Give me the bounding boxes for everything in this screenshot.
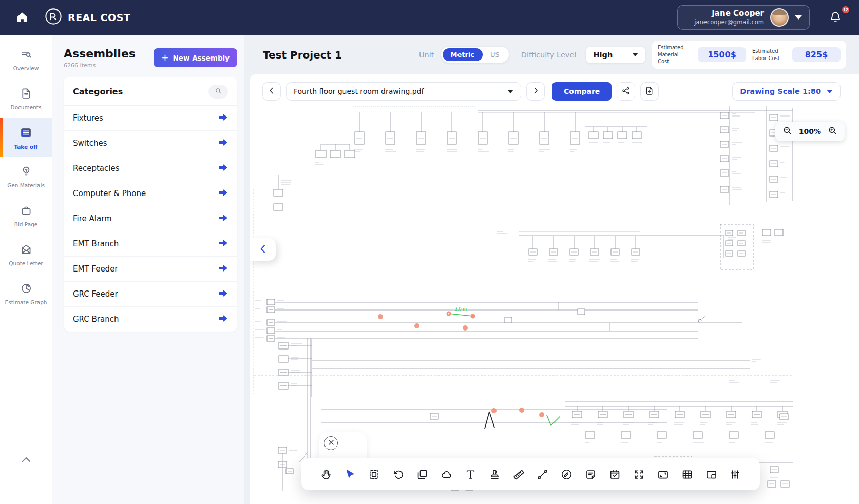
user-menu[interactable]: Jane Cooper janecooper@gmail.com — [677, 5, 810, 30]
category-item-emt-branch[interactable]: EMT Branch — [64, 231, 237, 257]
arrow-right-icon — [218, 139, 228, 148]
category-item-receptacles[interactable]: Receptacles — [64, 156, 237, 181]
arrow-right-icon — [218, 264, 228, 274]
sidebar-item-label: Gen Materials — [7, 182, 45, 188]
avatar — [770, 8, 789, 27]
zoom-in-icon — [827, 125, 838, 138]
previous-drawing-button[interactable] — [262, 82, 281, 101]
sidebar-item-label: Quote Letter — [9, 260, 43, 266]
document-toolbar: Fourth floor guest room drawing.pdf Comp… — [250, 74, 859, 103]
hand-icon — [320, 468, 333, 481]
briefcase-icon — [20, 204, 33, 218]
app-window: REAL COST Jane Cooper janecooper@gmail.c… — [0, 0, 859, 504]
unit-option-metric[interactable]: Metric — [443, 48, 483, 61]
zoom-in-button[interactable] — [827, 125, 838, 138]
draw-tool-button[interactable] — [559, 467, 575, 482]
sidebar-collapse-button[interactable] — [0, 453, 52, 467]
categories-search-button[interactable] — [208, 85, 228, 99]
pen-circle-icon — [560, 468, 573, 481]
compare-button[interactable]: Compare — [552, 82, 612, 101]
text-tool-button[interactable] — [463, 467, 478, 482]
zoom-level: 100% — [799, 127, 821, 135]
sidebar-item-take-off[interactable]: Take off — [0, 118, 52, 157]
unit-toggle[interactable]: Metric US — [441, 47, 509, 63]
share-button[interactable] — [617, 82, 635, 101]
chevron-right-icon — [530, 86, 541, 98]
download-button[interactable] — [640, 82, 659, 101]
category-item-switches[interactable]: Switches — [64, 131, 237, 156]
home-button[interactable] — [13, 9, 31, 26]
project-title: Test Project 1 — [263, 49, 342, 61]
calendar-check-tool-button[interactable] — [607, 467, 623, 482]
assemblies-count: 6266 Items — [64, 62, 136, 69]
material-cost-label: Estimated Material Cost — [658, 44, 692, 65]
ruler-tool-button[interactable] — [511, 467, 526, 482]
duplicate-tool-button[interactable] — [415, 467, 430, 482]
note-icon — [584, 468, 597, 481]
chevron-down-icon — [507, 90, 513, 93]
picture-in-picture-icon — [705, 468, 718, 481]
arrow-right-icon — [218, 164, 228, 173]
user-name: Jane Cooper — [694, 9, 764, 19]
share-icon — [621, 86, 631, 98]
close-icon — [328, 439, 334, 447]
sidebar-item-gen-materials[interactable]: Gen Materials — [0, 157, 52, 196]
adjustments-tool-button[interactable] — [728, 467, 743, 482]
undo-button[interactable] — [391, 467, 406, 482]
zoom-out-button[interactable] — [782, 125, 793, 138]
category-item-fire-alarm[interactable]: Fire Alarm — [64, 206, 237, 231]
category-item-fixtures[interactable]: Fixtures — [64, 106, 237, 131]
category-item-grc-branch[interactable]: GRC Branch — [64, 307, 237, 332]
sidebar-item-quote-letter[interactable]: Quote Letter — [0, 235, 52, 274]
sidebar-item-bid-page[interactable]: Bid Page — [0, 196, 52, 235]
svg-text:3.0 m: 3.0 m — [455, 307, 467, 312]
chevron-left-icon — [266, 86, 277, 98]
category-item-computer-phone[interactable]: Computer & Phone — [64, 181, 237, 206]
pip-tool-button[interactable] — [703, 467, 719, 482]
drawing-scale-select[interactable]: Drawing Scale 1:80 — [732, 82, 841, 101]
sidebar-item-estimate-graph[interactable]: Estimate Graph — [0, 274, 52, 313]
sidebar-item-label: Bid Page — [14, 221, 38, 227]
user-email: janecooper@gmail.com — [694, 18, 764, 26]
cloud-tool-button[interactable] — [438, 467, 454, 482]
select-tool-button[interactable] — [342, 467, 358, 482]
table-tool-button[interactable] — [679, 467, 695, 482]
unit-label: Unit — [419, 51, 434, 59]
difficulty-select[interactable]: High — [586, 47, 645, 63]
sidebar-item-overview[interactable]: Overview — [0, 40, 52, 79]
category-item-grc-feeder[interactable]: GRC Feeder — [64, 282, 237, 307]
fit-frame-tool-button[interactable] — [655, 467, 671, 482]
unit-option-us[interactable]: US — [483, 48, 507, 61]
overview-icon — [20, 48, 33, 62]
note-tool-button[interactable] — [583, 467, 599, 482]
sidebar-item-label: Take off — [14, 144, 37, 150]
labor-cost-value: 825$ — [792, 47, 841, 62]
download-file-icon — [644, 86, 655, 98]
category-item-emt-feeder[interactable]: EMT Feeder — [64, 257, 237, 282]
panel-collapse-button[interactable] — [250, 238, 276, 261]
assemblies-title: Assemblies — [64, 48, 136, 60]
take-off-icon — [19, 126, 33, 141]
measure-tool-button[interactable] — [535, 467, 550, 482]
sidebar-item-documents[interactable]: Documents — [0, 79, 52, 118]
material-cost-value: 1500$ — [698, 47, 746, 62]
undo-icon — [392, 468, 405, 481]
close-button[interactable] — [324, 436, 338, 450]
text-icon — [464, 468, 477, 481]
marquee-tool-button[interactable] — [367, 467, 382, 482]
expand-tool-button[interactable] — [631, 467, 646, 482]
chevron-up-icon — [18, 454, 34, 467]
stamp-tool-button[interactable] — [487, 467, 502, 482]
plus-icon: + — [161, 53, 168, 62]
arrow-right-icon — [218, 113, 228, 123]
drawing-canvas[interactable]: 3.0 m 100% — [250, 103, 859, 504]
duplicate-icon — [416, 468, 429, 481]
drawing-file-select[interactable]: Fourth floor guest room drawing.pdf — [286, 82, 521, 101]
new-assembly-button[interactable]: + New Assembly — [154, 48, 237, 67]
icon-sidebar: Overview Documents Take off — [0, 35, 52, 504]
next-drawing-button[interactable] — [526, 82, 545, 101]
notifications-button[interactable]: 12 — [825, 9, 846, 26]
pan-tool-button[interactable] — [318, 467, 334, 482]
brand-logo-icon — [44, 7, 63, 28]
lightbulb-icon — [20, 165, 33, 179]
